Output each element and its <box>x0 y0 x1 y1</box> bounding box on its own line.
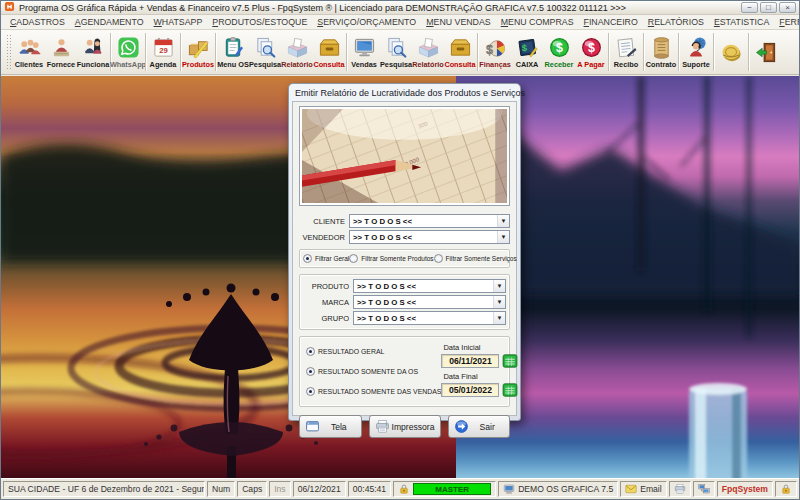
toolbar-a-pagar-button[interactable]: $A Pagar <box>575 31 607 73</box>
menu-item-estatistica[interactable]: ESTATISTICA <box>709 17 774 27</box>
window-minimize-button[interactable]: − <box>741 2 758 13</box>
filter-option-1[interactable]: Filtrar Geral <box>303 254 349 263</box>
window-maximize-button[interactable]: □ <box>760 2 777 13</box>
status-license: DEMO OS GRAFICA 7.5 <box>498 481 618 497</box>
toolbar-consulta-os-button[interactable]: Consulta <box>313 31 345 73</box>
toolbar-pesquisa-os-button[interactable]: Pesquisa <box>249 31 281 73</box>
whatsapp-icon <box>117 36 140 60</box>
date-range: Data Inicial 06/11/2021 Data Final 05/01… <box>441 342 529 401</box>
radio-icon <box>306 367 315 376</box>
menu-item-menu-vendas[interactable]: MENU VENDAS <box>421 17 496 27</box>
dialog-buttons: TelaImpressoraSair <box>299 410 510 438</box>
dropdown-arrow-icon[interactable]: ▼ <box>493 296 505 308</box>
toolbar-label: Pesquisa <box>249 60 281 69</box>
status-caps: Caps <box>237 481 267 497</box>
toolbar-whatsapp-button[interactable]: WhatsApp <box>112 31 144 73</box>
menu-item-whatsapp[interactable]: WHATSAPP <box>149 17 208 27</box>
toolbar-separator <box>180 33 181 71</box>
result-options-group: RESULTADO GERALRESULTADO SOMENTE DA OSRE… <box>299 336 510 407</box>
vendedor-label: VENDEDOR <box>299 233 349 242</box>
menu-item-produtos-estoque[interactable]: PRODUTOS/ESTOQUE <box>207 17 312 27</box>
window-close-button[interactable]: × <box>779 2 796 13</box>
menu-item-servico-orcamento[interactable]: SERVIÇO/ORÇAMENTO <box>312 17 421 27</box>
toolbar-contrato-button[interactable]: Contrato <box>645 31 677 73</box>
toolbar-caixa-button[interactable]: $CAIXA <box>511 31 543 73</box>
toolbar-separator <box>643 33 644 71</box>
menu-item-relatorios[interactable]: RELATÓRIOS <box>643 17 709 27</box>
toolbar-relatorio-os-button[interactable]: Relatório <box>281 31 313 73</box>
result-option-3[interactable]: RESULTADO SOMENTE DAS VENDAS <box>306 387 441 396</box>
sair-sistema-icon <box>755 40 778 64</box>
toolbar-funciona-button[interactable]: Funciona <box>77 31 109 73</box>
toolbar-label: Relatório <box>412 60 444 69</box>
dropdown-arrow-icon[interactable]: ▼ <box>493 312 505 324</box>
produto-select[interactable]: >> T O D O S <<▼ <box>353 279 506 293</box>
status-user: MASTER <box>393 481 496 497</box>
produtos-icon <box>187 36 210 60</box>
dropdown-arrow-icon[interactable]: ▼ <box>497 231 509 243</box>
toolbar-sair-sistema-button[interactable] <box>750 31 782 73</box>
marca-select[interactable]: >> T O D O S <<▼ <box>353 295 506 309</box>
toolbar-label: Contrato <box>646 60 676 69</box>
toolbar-label: Relatório <box>281 60 313 69</box>
produto-label: PRODUTO <box>303 282 353 291</box>
result-options: RESULTADO GERALRESULTADO SOMENTE DA OSRE… <box>304 342 441 401</box>
cliente-select[interactable]: >> T O D O S <<▼ <box>349 214 510 228</box>
toolbar-receber-button[interactable]: $Receber <box>543 31 575 73</box>
toolbar-menu-os-button[interactable]: Menu OS <box>217 31 249 73</box>
toolbar-drag-handle[interactable] <box>6 34 11 70</box>
grupo-select[interactable]: >> T O D O S <<▼ <box>353 311 506 325</box>
toolbar-relatorio-vendas-button[interactable]: Relatório <box>412 31 444 73</box>
toolbar-label: Recibo <box>614 60 638 69</box>
menu-item-agendamento[interactable]: AGENDAMENTO <box>70 17 149 27</box>
agenda-icon: 29 <box>152 36 175 60</box>
menu-item-cadastros[interactable]: CADASTROS <box>5 17 70 27</box>
toolbar-label: Clientes <box>15 60 43 69</box>
filter-option-3[interactable]: Filtrar Somente Serviços <box>434 254 517 263</box>
dropdown-arrow-icon[interactable]: ▼ <box>493 280 505 292</box>
toolbar-moedas-button[interactable] <box>715 31 747 73</box>
recibo-icon <box>615 36 638 60</box>
toolbar-separator <box>713 33 714 71</box>
menu-item-financeiro[interactable]: FINANCEIRO <box>579 17 643 27</box>
toolbar-label: Vendas <box>351 60 377 69</box>
result-option-1[interactable]: RESULTADO GERAL <box>306 347 441 356</box>
toolbar-recibo-button[interactable]: Recibo <box>610 31 642 73</box>
result-option-2[interactable]: RESULTADO SOMENTE DA OS <box>306 367 441 376</box>
monitor-icon <box>503 483 515 495</box>
toolbar-label: WhatsApp <box>110 60 146 69</box>
toolbar-consulta-vendas-button[interactable]: Consulta <box>444 31 476 73</box>
impressora-button[interactable]: Impressora <box>369 415 441 438</box>
radio-icon <box>306 387 315 396</box>
impressora-icon <box>674 483 686 495</box>
network-icon <box>698 483 710 495</box>
filter-options-group: Filtrar GeralFiltrar Somente ProdutosFil… <box>299 249 510 268</box>
dropdown-arrow-icon[interactable]: ▼ <box>497 215 509 227</box>
toolbar-clientes-button[interactable]: Clientes <box>13 31 45 73</box>
toolbar-label: Funciona <box>77 60 109 69</box>
menu-item-ferramentas[interactable]: FERRAMENTAS <box>774 17 800 27</box>
toolbar-vendas-button[interactable]: Vendas <box>348 31 380 73</box>
data-inicial-field[interactable]: 06/11/2021 <box>441 354 499 368</box>
sair-button[interactable]: Sair <box>448 415 511 438</box>
data-inicial-calendar-button[interactable] <box>502 353 520 369</box>
toolbar-label: Fornece <box>47 60 75 69</box>
status-email: Email <box>620 481 667 497</box>
toolbar: ClientesForneceFuncionaWhatsApp29AgendaP… <box>1 30 799 75</box>
toolbar-suporte-button[interactable]: Suporte <box>680 31 712 73</box>
data-final-calendar-button[interactable] <box>502 382 520 398</box>
pesquisa-os-icon <box>254 36 277 60</box>
svg-text:$: $ <box>588 41 595 55</box>
filter-option-2[interactable]: Filtrar Somente Produtos <box>349 254 433 263</box>
window-titlebar: Programa OS Gráfica Rápida + Vendas & Fi… <box>1 1 799 15</box>
menu-item-menu-compras[interactable]: MENU COMPRAS <box>496 17 579 27</box>
toolbar-fornece-button[interactable]: Fornece <box>45 31 77 73</box>
tela-button[interactable]: Tela <box>299 415 362 438</box>
toolbar-financas-button[interactable]: $Finanças <box>479 31 511 73</box>
toolbar-agenda-button[interactable]: 29Agenda <box>147 31 179 73</box>
vendedor-select[interactable]: >> T O D O S <<▼ <box>349 230 510 244</box>
toolbar-pesquisa-vendas-button[interactable]: Pesquisa <box>380 31 412 73</box>
toolbar-produtos-button[interactable]: Produtos <box>182 31 214 73</box>
toolbar-label: Produtos <box>182 60 214 69</box>
data-final-field[interactable]: 05/01/2022 <box>441 383 499 397</box>
